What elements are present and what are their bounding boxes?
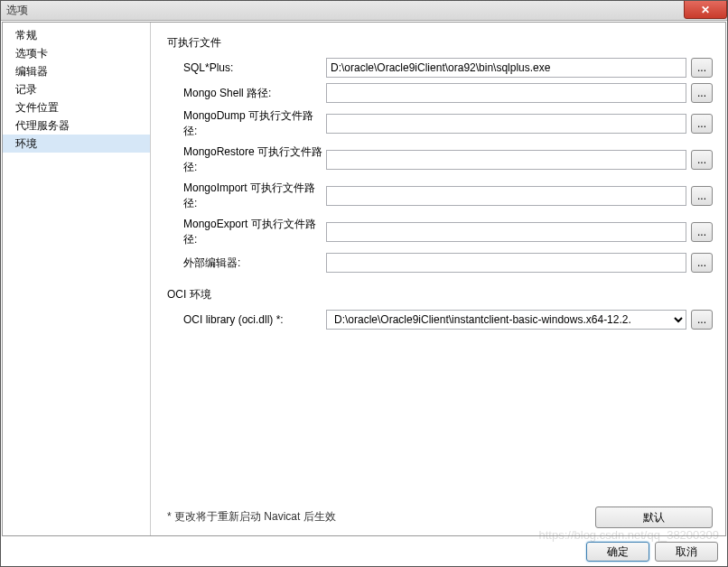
ellipsis-icon: ... <box>697 226 706 238</box>
row-mongo-shell: Mongo Shell 路径: ... <box>167 83 713 103</box>
browse-mongodump-button[interactable]: ... <box>691 114 713 134</box>
ellipsis-icon: ... <box>697 190 706 202</box>
ellipsis-icon: ... <box>697 87 706 99</box>
label-oci-library: OCI library (oci.dll) *: <box>167 313 326 326</box>
default-button[interactable]: 默认 <box>595 507 713 528</box>
input-mongoexport[interactable] <box>326 222 686 242</box>
input-mongodump[interactable] <box>326 114 686 134</box>
sidebar-item-tabs[interactable]: 选项卡 <box>3 44 150 62</box>
close-button[interactable]: ✕ <box>684 0 727 19</box>
ellipsis-icon: ... <box>697 61 706 74</box>
restart-footnote: * 更改将于重新启动 Navicat 后生效 <box>167 509 336 525</box>
sidebar-item-file-locations[interactable]: 文件位置 <box>3 98 150 116</box>
ellipsis-icon: ... <box>697 313 706 326</box>
input-mongorestore[interactable] <box>326 150 686 170</box>
row-mongodump: MongoDump 可执行文件路径: ... <box>167 108 713 139</box>
sidebar-item-editor[interactable]: 编辑器 <box>3 62 150 80</box>
label-mongorestore: MongoRestore 可执行文件路径: <box>167 144 326 175</box>
input-sqlplus[interactable] <box>326 58 686 78</box>
cancel-button[interactable]: 取消 <box>655 542 718 562</box>
ellipsis-icon: ... <box>697 153 706 166</box>
label-mongodump: MongoDump 可执行文件路径: <box>167 108 326 139</box>
sidebar-item-label: 选项卡 <box>15 47 48 60</box>
dialog-button-bar: 确定 取消 <box>1 537 727 566</box>
label-external-editor: 外部编辑器: <box>167 256 326 271</box>
content-area: 常规 选项卡 编辑器 记录 文件位置 代理服务器 环境 可执行文件 SQL*Pl… <box>2 22 726 536</box>
sidebar: 常规 选项卡 编辑器 记录 文件位置 代理服务器 环境 <box>3 23 151 535</box>
input-mongo-shell[interactable] <box>326 83 686 103</box>
label-mongo-shell: Mongo Shell 路径: <box>167 86 326 101</box>
sidebar-item-label: 编辑器 <box>15 65 48 78</box>
input-mongoimport[interactable] <box>326 186 686 206</box>
row-external-editor: 外部编辑器: ... <box>167 253 713 273</box>
sidebar-item-environment[interactable]: 环境 <box>3 135 150 153</box>
sidebar-item-label: 记录 <box>15 83 37 96</box>
browse-external-editor-button[interactable]: ... <box>691 253 713 273</box>
sidebar-item-label: 代理服务器 <box>15 119 70 132</box>
titlebar: 选项 ✕ <box>1 1 727 21</box>
row-oci-library: OCI library (oci.dll) *: D:\oracle\Oracl… <box>167 310 713 330</box>
sidebar-item-general[interactable]: 常规 <box>3 26 150 44</box>
row-mongorestore: MongoRestore 可执行文件路径: ... <box>167 144 713 175</box>
row-mongoimport: MongoImport 可执行文件路径: ... <box>167 181 713 211</box>
label-mongoexport: MongoExport 可执行文件路径: <box>167 217 326 247</box>
ellipsis-icon: ... <box>697 117 706 130</box>
main-panel: 可执行文件 SQL*Plus: ... Mongo Shell 路径: ... … <box>151 23 725 535</box>
label-sqlplus: SQL*Plus: <box>167 61 326 74</box>
sidebar-item-label: 常规 <box>15 29 37 42</box>
window-title: 选项 <box>6 3 28 18</box>
ellipsis-icon: ... <box>697 256 706 269</box>
ok-button[interactable]: 确定 <box>586 542 649 562</box>
select-oci-library[interactable]: D:\oracle\Oracle9iClient\instantclient-b… <box>326 310 686 330</box>
browse-mongo-shell-button[interactable]: ... <box>691 83 713 103</box>
sidebar-item-label: 文件位置 <box>15 101 59 114</box>
browse-mongoimport-button[interactable]: ... <box>691 186 713 206</box>
browse-oci-library-button[interactable]: ... <box>691 310 713 330</box>
browse-sqlplus-button[interactable]: ... <box>691 58 713 78</box>
label-mongoimport: MongoImport 可执行文件路径: <box>167 181 326 211</box>
browse-mongoexport-button[interactable]: ... <box>691 222 713 242</box>
row-sqlplus: SQL*Plus: ... <box>167 58 713 78</box>
section-oci: OCI 环境 <box>167 287 713 302</box>
close-icon: ✕ <box>701 4 710 16</box>
sidebar-item-proxy[interactable]: 代理服务器 <box>3 116 150 135</box>
sidebar-item-records[interactable]: 记录 <box>3 80 150 98</box>
section-executables: 可执行文件 <box>167 35 713 51</box>
row-mongoexport: MongoExport 可执行文件路径: ... <box>167 217 713 247</box>
sidebar-item-label: 环境 <box>15 137 37 150</box>
browse-mongorestore-button[interactable]: ... <box>691 150 713 170</box>
input-external-editor[interactable] <box>326 253 686 273</box>
